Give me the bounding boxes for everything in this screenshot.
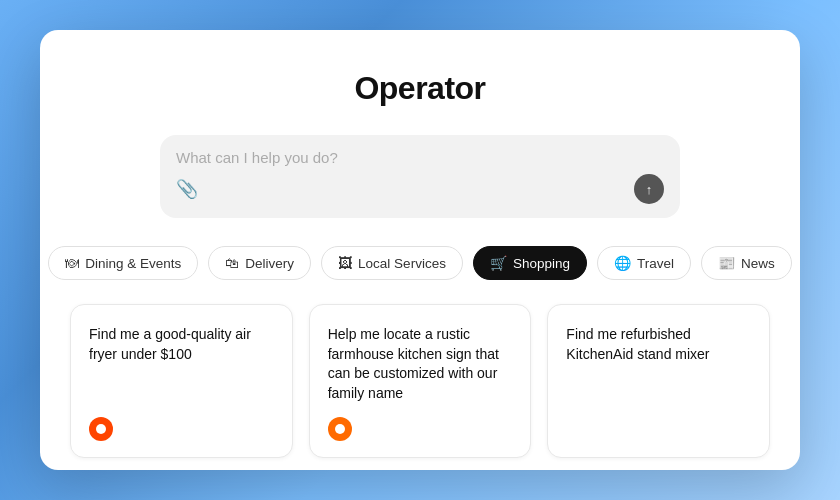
- tab-travel-label: Travel: [637, 256, 674, 271]
- shopping-icon: 🛒: [490, 255, 507, 271]
- send-button[interactable]: ↑: [634, 174, 664, 204]
- send-icon: ↑: [646, 182, 653, 197]
- svg-point-1: [335, 424, 345, 434]
- tab-delivery-label: Delivery: [245, 256, 294, 271]
- delivery-icon: 🛍: [225, 255, 239, 271]
- tab-local-services[interactable]: 🖼 Local Services: [321, 246, 463, 280]
- search-actions: 📎 ↑: [176, 174, 664, 204]
- tab-news[interactable]: 📰 News: [701, 246, 792, 280]
- tab-news-label: News: [741, 256, 775, 271]
- search-box: What can I help you do? 📎 ↑: [160, 135, 680, 218]
- news-icon: 📰: [718, 255, 735, 271]
- card-1[interactable]: Find me a good-quality air fryer under $…: [70, 304, 293, 458]
- main-window: Operator What can I help you do? 📎 ↑ 🍽 D…: [40, 30, 800, 470]
- suggestion-cards: Find me a good-quality air fryer under $…: [70, 304, 770, 458]
- card-3[interactable]: Find me refurbished KitchenAid stand mix…: [547, 304, 770, 458]
- card-2-text: Help me locate a rustic farmhouse kitche…: [328, 325, 513, 403]
- tab-dining[interactable]: 🍽 Dining & Events: [48, 246, 198, 280]
- tab-shopping[interactable]: 🛒 Shopping: [473, 246, 587, 280]
- tab-travel[interactable]: 🌐 Travel: [597, 246, 691, 280]
- tab-shopping-label: Shopping: [513, 256, 570, 271]
- card-2-icon: [328, 417, 352, 441]
- attach-icon[interactable]: 📎: [176, 178, 198, 200]
- travel-icon: 🌐: [614, 255, 631, 271]
- tab-dining-label: Dining & Events: [85, 256, 181, 271]
- search-input-row: What can I help you do?: [176, 149, 664, 166]
- card-1-footer: [89, 417, 274, 441]
- tab-delivery[interactable]: 🛍 Delivery: [208, 246, 311, 280]
- tab-local-services-label: Local Services: [358, 256, 446, 271]
- app-title: Operator: [354, 70, 485, 107]
- svg-point-0: [96, 424, 106, 434]
- tab-bar: 🍽 Dining & Events 🛍 Delivery 🖼 Local Ser…: [48, 246, 791, 280]
- card-1-icon: [89, 417, 113, 441]
- card-2[interactable]: Help me locate a rustic farmhouse kitche…: [309, 304, 532, 458]
- search-placeholder[interactable]: What can I help you do?: [176, 149, 664, 166]
- dining-icon: 🍽: [65, 255, 79, 271]
- local-services-icon: 🖼: [338, 255, 352, 271]
- card-3-text: Find me refurbished KitchenAid stand mix…: [566, 325, 751, 427]
- card-1-text: Find me a good-quality air fryer under $…: [89, 325, 274, 403]
- card-2-footer: [328, 417, 513, 441]
